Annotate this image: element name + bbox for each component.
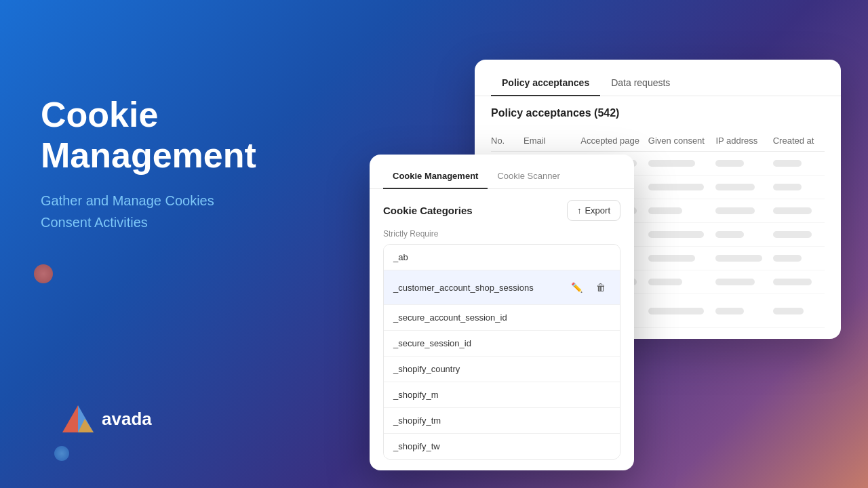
cookie-tabs: Cookie Management Cookie Scanner xyxy=(370,155,634,189)
list-item: _shopify_country xyxy=(384,357,620,382)
tab-data-requests[interactable]: Data requests xyxy=(600,70,681,96)
col-email: Email xyxy=(524,136,575,146)
cookie-name: _customer_account_shop_sessions xyxy=(393,283,534,293)
export-button[interactable]: ↑ Export xyxy=(567,200,620,221)
cookie-name: _shopify_tm xyxy=(393,415,441,426)
cookie-categories-title: Cookie Categories xyxy=(383,205,473,216)
list-item: _shopify_tw xyxy=(384,434,620,459)
col-ip-address: IP address xyxy=(715,136,767,146)
strictly-require-label: Strictly Require xyxy=(383,229,620,239)
hero-subtitle-line2: Consent Activities xyxy=(41,215,148,230)
decorative-orb xyxy=(34,264,53,283)
cookie-name: _secure_account_session_id xyxy=(393,312,507,323)
hero-subtitle-line1: Gather and Manage Cookies xyxy=(41,193,214,208)
list-item: _secure_session_id xyxy=(384,331,620,357)
list-item: _customer_account_shop_sessions ✏️ 🗑 xyxy=(384,270,620,305)
cookie-management-card: Cookie Management Cookie Scanner Cookie … xyxy=(370,155,634,470)
list-item: _shopify_tm xyxy=(384,408,620,434)
cookie-list: _ab _customer_account_shop_sessions ✏️ 🗑… xyxy=(383,244,620,460)
edit-icon[interactable]: ✏️ xyxy=(567,278,586,297)
export-label: Export xyxy=(585,205,610,216)
cookie-name: _shopify_m xyxy=(393,390,438,400)
tab-policy-acceptances[interactable]: Policy acceptances xyxy=(491,70,600,96)
cookie-name: _shopify_tw xyxy=(393,441,440,451)
export-icon: ↑ xyxy=(577,205,582,216)
tab-cookie-scanner[interactable]: Cookie Scanner xyxy=(488,164,570,189)
col-given-consent: Given consent xyxy=(648,136,711,146)
svg-marker-1 xyxy=(62,405,78,432)
policy-tabs: Policy acceptances Data requests xyxy=(475,60,841,96)
policy-card-title: Policy acceptances (542) xyxy=(491,107,825,119)
hero-section: Cookie Management Gather and Manage Cook… xyxy=(41,95,256,233)
list-item: _ab xyxy=(384,245,620,270)
hero-title-line2: Management xyxy=(41,136,256,175)
cookie-name: _shopify_country xyxy=(393,364,460,374)
cookie-card-body: Cookie Categories ↑ Export Strictly Requ… xyxy=(370,189,634,470)
col-accepted-page: Accepted page xyxy=(580,136,643,146)
cookie-name: _secure_session_id xyxy=(393,338,471,348)
col-no: No. xyxy=(491,136,518,146)
list-item: _shopify_m xyxy=(384,382,620,408)
col-created-at: Created at xyxy=(773,136,825,146)
decorative-orb-blue xyxy=(54,446,69,461)
delete-icon[interactable]: 🗑 xyxy=(591,278,610,297)
avada-logo-text: avada xyxy=(102,409,152,430)
cookie-item-actions: ✏️ 🗑 xyxy=(567,278,610,297)
cookie-header-row: Cookie Categories ↑ Export xyxy=(383,200,620,221)
hero-title-line1: Cookie xyxy=(41,95,158,134)
avada-logo-icon xyxy=(61,404,95,434)
avada-logo: avada xyxy=(61,404,152,434)
cookie-name: _ab xyxy=(393,252,408,262)
list-item: _secure_account_session_id xyxy=(384,305,620,331)
policy-table-header: No. Email Accepted page Given consent IP… xyxy=(491,130,825,152)
tab-cookie-management[interactable]: Cookie Management xyxy=(383,164,488,189)
